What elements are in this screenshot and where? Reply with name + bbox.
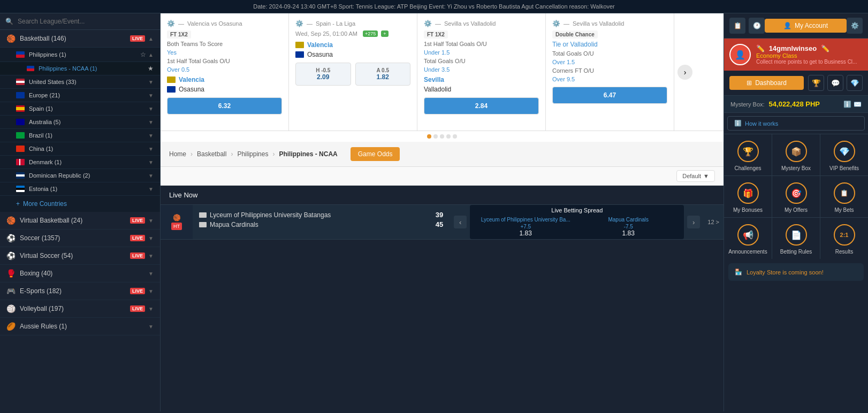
spread-nav-right[interactable]: ›: [687, 216, 700, 228]
card1-team2-flag: [167, 86, 176, 93]
search-box[interactable]: 🔍: [0, 13, 160, 30]
match-icon-col: 🏀 HT: [161, 205, 193, 239]
sport-item-basketball[interactable]: 🏀 Basketball (146) LIVE ▲: [0, 30, 160, 48]
flag-denmark: [16, 159, 25, 165]
card4-odds-btn[interactable]: 6.47: [552, 87, 667, 104]
grid-item-challenges[interactable]: 🏆 Challenges: [724, 134, 772, 175]
grid-item-my-bets[interactable]: 📋 My Bets: [820, 176, 868, 217]
loyalty-store-row[interactable]: 🏪 Loyalty Store is coming soon!: [728, 263, 864, 281]
country-item-brazil[interactable]: Brazil (1) ▼: [0, 129, 160, 142]
country-item-estonia[interactable]: Estonia (1) ▼: [0, 182, 160, 196]
challenges-label: Challenges: [734, 165, 761, 171]
country-item-china[interactable]: China (1) ▼: [0, 142, 160, 156]
game-odds-button[interactable]: Game Odds: [351, 147, 400, 161]
store-icon: 🏪: [735, 269, 742, 276]
chat-icon-btn[interactable]: 💬: [827, 75, 843, 91]
card1-odds-btn[interactable]: 6.32: [167, 97, 282, 114]
live-badge-soccer: LIVE: [130, 235, 145, 241]
user-info: ✏️ 14gmnlwinseo ✏️ Economy Class Collect…: [756, 44, 857, 65]
settings-icon-btn[interactable]: ⚙️: [847, 18, 863, 34]
my-bonuses-icon: 🎁: [737, 182, 759, 204]
spread-team1[interactable]: Lyceum of Philippines University Ba... +…: [474, 217, 577, 237]
card2-handicap-a-btn[interactable]: A 0.5 1.82: [355, 63, 411, 86]
betslip-icon-btn[interactable]: 📋: [729, 18, 745, 34]
virtual-basketball-icon: 🏀: [6, 216, 16, 225]
chevron-philippines: ▲: [148, 52, 154, 58]
how-it-works-btn[interactable]: ℹ️ How it works: [727, 116, 865, 131]
country-item-dominican-republic[interactable]: Dominican Republic (2) ▼: [0, 169, 160, 182]
vip-benefits-label: VIP Benefits: [829, 165, 859, 171]
my-bets-icon: 📋: [834, 182, 855, 204]
edit-icon: ✏️: [756, 44, 765, 52]
sport-item-esports[interactable]: 🎮 E-Sports (182) LIVE ▼: [0, 282, 160, 300]
grid-item-betting-rules[interactable]: 📄 Betting Rules: [772, 218, 820, 259]
country-item-spain[interactable]: Spain (1) ▼: [0, 102, 160, 116]
grid-item-vip-benefits[interactable]: 💎 VIP Benefits: [820, 134, 868, 175]
grid-item-results[interactable]: 2:1 Results: [820, 218, 868, 259]
spread-team2[interactable]: Mapua Cardinals -7.5 1.83: [577, 217, 680, 237]
next-arrow-btn[interactable]: ›: [677, 65, 692, 80]
country-name-brazil: Brazil (1): [29, 132, 148, 139]
country-item-philippines[interactable]: Philippines (1) ☆ ▲: [0, 48, 160, 62]
dot-3: [440, 134, 444, 139]
country-name-dominican-republic: Dominican Republic (2): [29, 172, 148, 179]
sport-item-soccer[interactable]: ⚽ Soccer (1357) LIVE ▼: [0, 230, 160, 247]
sport-item-virtual-soccer[interactable]: ⚽ Virtual Soccer (54) LIVE ▼: [0, 247, 160, 265]
card3-sport-icon: ⚙️: [424, 20, 432, 27]
boxing-icon: 🥊: [6, 269, 16, 278]
more-bets-link[interactable]: 12 >: [707, 219, 719, 225]
info-icon[interactable]: ℹ️: [843, 101, 851, 108]
card2-h-odds: 2.09: [317, 73, 329, 81]
default-sort-btn[interactable]: Default ▼: [676, 170, 715, 182]
grid-item-my-offers[interactable]: 🎯 My Offers: [772, 176, 820, 217]
country-name-europe: Europe (21): [29, 92, 148, 98]
default-sort-label: Default: [682, 173, 701, 179]
grid-item-my-bonuses[interactable]: 🎁 My Bonuses: [724, 176, 772, 217]
sport-name-basketball: Basketball (146): [20, 35, 130, 42]
country-item-australia[interactable]: Australia (5) ▼: [0, 116, 160, 129]
breadcrumb-country[interactable]: Philippines: [237, 150, 268, 158]
card2-a-label: A 0.5: [376, 67, 389, 73]
mystery-box-amount: 54,022,428 PHP: [769, 100, 839, 108]
breadcrumb-home[interactable]: Home: [169, 150, 186, 158]
card4-sub-bet1: Total Goals O/U: [552, 50, 667, 57]
results-label: Results: [835, 249, 853, 255]
search-input[interactable]: [18, 18, 155, 25]
ticker-text: Date: 2024-09-24 13:40 GMT+8 Sport: Tenn…: [253, 3, 615, 10]
country-item-us[interactable]: United States (33) ▼: [0, 75, 160, 89]
dashboard-row: ⊞ Dashboard 🏆 💬 💎: [724, 71, 868, 96]
sport-name-boxing: Boxing (40): [20, 270, 148, 277]
sport-item-boxing[interactable]: 🥊 Boxing (40) ▼: [0, 265, 160, 282]
league-item-ncaa[interactable]: Philippines - NCAA (1) ★: [0, 62, 160, 75]
carousel-nav-right[interactable]: ›: [674, 13, 696, 131]
aussie-rules-icon: 🏉: [6, 322, 16, 331]
chevron-volleyball: ▼: [148, 306, 154, 312]
country-item-europe[interactable]: Europe (21) ▼: [0, 89, 160, 102]
breadcrumb-sport[interactable]: Basketball: [197, 150, 226, 158]
grid-item-announcements[interactable]: 📢 Announcements: [724, 218, 772, 259]
card2-handicap-h-btn[interactable]: H -0.5 2.09: [295, 63, 351, 86]
challenges-icon: 🏆: [737, 141, 759, 162]
card2-league: —: [307, 20, 313, 27]
main-content: ⚙️ — Valencia vs Osasuna FT 1X2 Both Tea…: [161, 13, 724, 411]
edit-icon2[interactable]: ✏️: [821, 44, 829, 52]
card2-datetime: Wed, Sep 25, 01:00 AM: [295, 30, 357, 37]
diamond-icon-btn[interactable]: 💎: [847, 75, 863, 91]
chevron-china: ▼: [148, 146, 154, 152]
sport-item-virtual-basketball[interactable]: 🏀 Virtual Basketball (24) LIVE ▼: [0, 212, 160, 230]
sport-item-aussie-rules[interactable]: 🏉 Aussie Rules (1) ▼: [0, 318, 160, 335]
card3-odds-btn[interactable]: 2.84: [424, 97, 539, 114]
country-name-estonia: Estonia (1): [29, 186, 148, 192]
chevron-basketball: ▲: [148, 36, 154, 42]
country-item-denmark[interactable]: Denmark (1) ▼: [0, 156, 160, 169]
sport-name-soccer: Soccer (1357): [20, 234, 130, 242]
history-icon-btn[interactable]: 🕐: [749, 18, 765, 34]
envelope-icon[interactable]: ✉️: [854, 101, 862, 108]
more-countries-btn[interactable]: + More Countries: [0, 196, 160, 212]
my-account-button[interactable]: 👤 My Account: [765, 19, 847, 33]
sport-item-volleyball[interactable]: 🏐 Volleyball (197) LIVE ▼: [0, 300, 160, 318]
spread-nav-left[interactable]: ‹: [454, 216, 467, 228]
dashboard-button[interactable]: ⊞ Dashboard: [729, 76, 804, 90]
trophy-icon-btn[interactable]: 🏆: [808, 75, 824, 91]
grid-item-mystery-box[interactable]: 📦 Mystery Box: [772, 134, 820, 175]
